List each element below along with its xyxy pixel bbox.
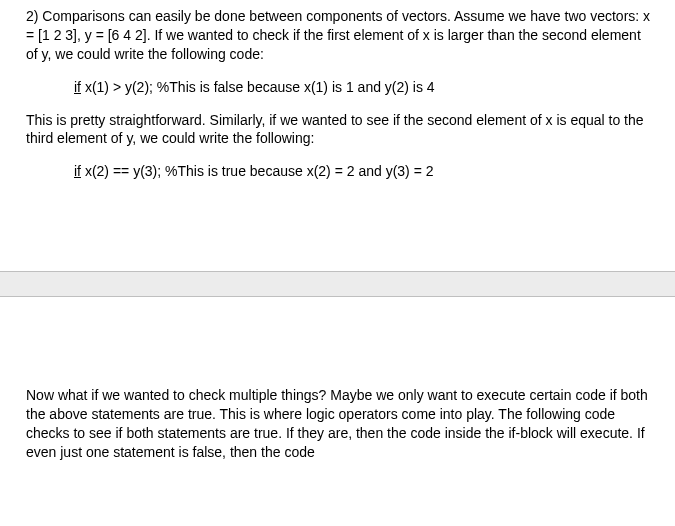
code-rest: x(2) == y(3); %This is true because x(2)… xyxy=(81,163,433,179)
page-lower: Now what if we wanted to check multiple … xyxy=(0,297,675,462)
paragraph-logic-ops: Now what if we wanted to check multiple … xyxy=(26,386,653,462)
keyword-if: if xyxy=(74,163,81,179)
page-upper: 2) Comparisons can easily be done betwee… xyxy=(0,0,675,271)
keyword-if: if xyxy=(74,79,81,95)
paragraph-middle: This is pretty straightforward. Similarl… xyxy=(26,111,653,149)
code-example-2: if x(2) == y(3); %This is true because x… xyxy=(74,162,653,181)
page-break xyxy=(0,271,675,297)
spacer xyxy=(26,304,653,386)
spacer xyxy=(26,195,653,271)
code-rest: x(1) > y(2); %This is false because x(1)… xyxy=(81,79,435,95)
paragraph-intro: 2) Comparisons can easily be done betwee… xyxy=(26,7,653,64)
code-example-1: if x(1) > y(2); %This is false because x… xyxy=(74,78,653,97)
